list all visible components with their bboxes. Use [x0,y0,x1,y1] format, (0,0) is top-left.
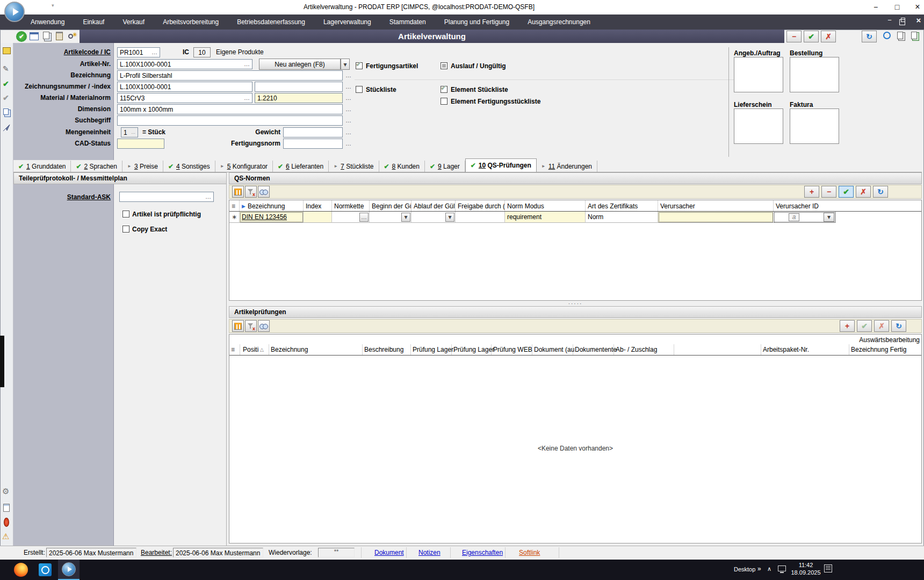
qs-filter-button[interactable]: x [245,186,257,198]
sidebar-settings-icon[interactable]: ⚙ [2,487,9,496]
menu-verkauf[interactable]: Verkauf [113,15,154,30]
window-minimize-button[interactable]: − [867,0,884,14]
qs-col-ablauf[interactable]: Ablauf der Gült [412,200,456,212]
ap-col-position[interactable]: Positi [243,346,258,353]
sidebar-edit-icon[interactable]: ✎ [3,64,9,73]
notification-center-icon[interactable] [824,564,832,572]
qs-remove-row-button[interactable]: − [821,186,836,198]
mdi-minimize-button[interactable]: − [884,16,895,27]
artikel-nr-lookup-icon[interactable]: … [244,61,250,67]
notizen-link[interactable]: Notizen [418,549,441,556]
taskbar-firefox-icon[interactable] [14,563,28,577]
tab-kunden[interactable]: ✔8 Kunden [379,161,425,172]
sidebar-dart-icon[interactable] [2,124,11,132]
dock-handle[interactable] [0,336,4,387]
ap-col-pruefung-lager1[interactable]: Prüfung Lager. [413,346,455,353]
mengeneinheit-field[interactable]: 1 … [121,127,138,137]
zeichnung-lookup-icon[interactable]: … [345,84,351,90]
qs-cell-index[interactable] [304,212,332,223]
menu-ausgangsrechnungen[interactable]: Ausgangsrechnungen [518,15,600,30]
eigenschaften-link[interactable]: Eigenschaften [462,549,503,556]
neu-anlegen-dropdown-button[interactable]: ▾ [341,59,350,70]
sidebar-approve-disabled-icon[interactable]: ✔ [3,93,9,102]
qs-col-verursacher-id[interactable]: Verursacher ID [774,200,836,212]
zeichnungsindex-field[interactable] [255,82,343,92]
copy-exact-checkbox[interactable] [122,226,129,233]
fertigungsartikel-checkbox[interactable]: ✔ [356,62,363,69]
qs-grid-view-button[interactable] [232,186,244,198]
element-stueckliste-checkbox[interactable]: ✔ [441,86,447,93]
qs-col-verursacher[interactable]: Verursacher [658,200,774,212]
toolbar-copy-icon[interactable] [43,32,49,39]
history-search-icon[interactable] [883,32,891,39]
qs-cell-art-zertifikat[interactable]: Norm [586,212,658,223]
ablauf-dropdown-button[interactable]: ▾ [445,213,454,222]
tray-clock-time[interactable]: 11:42 [791,562,821,568]
stueckliste-checkbox[interactable] [356,86,363,93]
neu-anlegen-button[interactable]: Neu anlegen (F8) [259,59,341,70]
sidebar-notes-icon[interactable] [3,504,10,512]
ic-field[interactable]: 10 [193,47,211,57]
sidebar-book-icon[interactable] [3,47,11,54]
pruefpflichtig-checkbox[interactable] [122,211,129,218]
pages-green-icon[interactable] [911,32,917,39]
qs-cell-beginn[interactable]: ▾ [370,212,412,223]
ap-search-button[interactable] [258,320,270,332]
gewicht-field[interactable] [283,127,343,137]
ap-col-beschreibung[interactable]: Beschreibung [364,346,403,353]
qs-cell-norm-modus[interactable]: requirement [505,212,586,223]
bezeichnung-field[interactable]: L-Profil Silberstahl [117,70,343,81]
lieferschein-box[interactable] [734,108,783,144]
ap-grid-view-button[interactable] [232,320,244,332]
qs-col-art-zertifikat[interactable]: Art des Zertifikats [586,200,658,212]
window-maximize-button[interactable]: □ [889,0,906,14]
material-field[interactable]: 115CrV3 … [117,93,252,103]
qs-col-bezeichnung[interactable]: ▶Bezeichnung [240,200,304,212]
fertigungsnorm-field[interactable] [283,139,343,149]
dimension-lookup-icon[interactable]: … [345,106,351,112]
cad-status-field[interactable] [117,139,164,149]
sidebar-copy-icon[interactable] [3,108,9,115]
qs-col-beginn[interactable]: Beginn der Gü [370,200,412,212]
pages-icon[interactable] [897,32,903,39]
angeb-auftrag-box[interactable] [734,57,783,92]
ap-col-bezeichnung-fertig[interactable]: Bezeichnung Fertig [851,346,906,353]
element-fertigungsstueckliste-checkbox[interactable] [441,98,447,105]
quick-access-chevron-icon[interactable]: ▾ [52,3,54,8]
dimension-field[interactable]: 100mm x 1000mm [117,104,343,114]
qs-refresh-button[interactable]: ↻ [873,186,888,198]
tab-lager[interactable]: ✔9 Lager [425,161,465,172]
section-splitter[interactable]: ····· [229,301,922,306]
qs-cell-freigabe[interactable] [456,212,505,223]
qs-col-freigabe[interactable]: Freigabe durch ( [456,200,505,212]
ap-accept-button[interactable]: ✔ [857,320,872,332]
bestellung-box[interactable] [790,57,839,92]
tab-qs-pruefungen[interactable]: ✔10 QS-Prüfungen [465,158,537,172]
verursacher-id-dropdown-button[interactable]: ▾ [824,213,834,222]
tab-aenderungen[interactable]: ►11 Änderungen [537,161,597,172]
toolbar-window-icon[interactable] [30,32,39,40]
tab-sonstiges[interactable]: ✔4 Sonstiges [163,161,215,172]
artikelcode-field[interactable]: PR1001 … [117,47,160,57]
qs-accept-button[interactable]: ✔ [839,186,854,198]
artikel-nr-field[interactable]: L.100X1000-0001 … [117,59,252,69]
wiedervorlage-field[interactable]: ** [318,548,355,557]
zeichnungsnummer-field[interactable]: L.100X1000-0001 [117,82,252,92]
ap-col-ab-zuschlag[interactable]: Ab- / Zuschlag [616,346,657,353]
material-lookup-icon[interactable]: … [244,95,250,101]
suchbegriff-lookup-icon[interactable]: … [345,118,351,124]
ap-col-dokumentente[interactable]: Dokumentente [575,346,617,353]
tab-preise[interactable]: ►3 Preise [122,161,163,172]
qs-search-button[interactable] [258,186,270,198]
bearbeitet-label[interactable]: Bearbeitet: [141,549,172,556]
tab-grunddaten[interactable]: ✔1 Grunddaten [13,161,71,172]
menge-lookup-icon[interactable]: … [131,130,135,135]
auslauf-checkbox[interactable] [441,62,447,69]
sidebar-approve-icon[interactable]: ✔ [3,79,9,88]
qs-cancel-button[interactable]: ✗ [856,186,871,198]
ap-col-pruefung-lager2[interactable]: Prüfung Lager [453,346,494,353]
menu-einkauf[interactable]: Einkauf [74,15,113,30]
mdi-close-button[interactable]: × [913,16,924,26]
record-accept-button[interactable]: ✔ [804,31,819,42]
ap-col-arbeitspaket[interactable]: Arbeitspaket-Nr. [763,346,809,353]
